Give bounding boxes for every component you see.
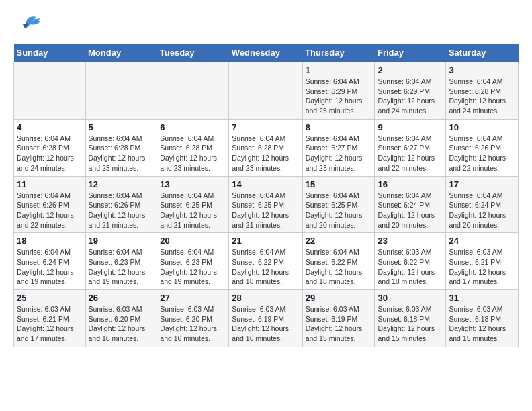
day-number: 9 xyxy=(378,122,443,132)
calendar-cell: 22Sunrise: 6:04 AM Sunset: 6:22 PM Dayli… xyxy=(302,233,375,290)
day-number: 31 xyxy=(449,293,515,303)
day-number: 12 xyxy=(89,179,154,189)
logo xyxy=(13,13,46,37)
day-info: Sunrise: 6:04 AM Sunset: 6:29 PM Dayligh… xyxy=(378,77,443,116)
day-info: Sunrise: 6:04 AM Sunset: 6:25 PM Dayligh… xyxy=(160,191,226,230)
day-number: 29 xyxy=(306,293,372,303)
calendar-cell: 18Sunrise: 6:04 AM Sunset: 6:24 PM Dayli… xyxy=(14,233,86,290)
day-number: 3 xyxy=(449,65,515,75)
day-number: 8 xyxy=(306,122,372,132)
day-info: Sunrise: 6:03 AM Sunset: 6:19 PM Dayligh… xyxy=(306,304,372,344)
calendar-cell: 31Sunrise: 6:03 AM Sunset: 6:18 PM Dayli… xyxy=(446,290,519,347)
calendar-week-row: 18Sunrise: 6:04 AM Sunset: 6:24 PM Dayli… xyxy=(14,233,519,290)
day-number: 11 xyxy=(17,179,83,189)
day-info: Sunrise: 6:03 AM Sunset: 6:18 PM Dayligh… xyxy=(449,304,515,344)
calendar-cell: 16Sunrise: 6:04 AM Sunset: 6:24 PM Dayli… xyxy=(375,176,446,233)
day-info: Sunrise: 6:04 AM Sunset: 6:22 PM Dayligh… xyxy=(232,247,299,287)
day-info: Sunrise: 6:04 AM Sunset: 6:26 PM Dayligh… xyxy=(449,134,515,173)
day-number: 22 xyxy=(306,236,372,246)
day-number: 19 xyxy=(89,236,154,246)
day-info: Sunrise: 6:04 AM Sunset: 6:28 PM Dayligh… xyxy=(449,77,515,116)
calendar-cell: 19Sunrise: 6:04 AM Sunset: 6:23 PM Dayli… xyxy=(85,233,157,290)
calendar-cell: 8Sunrise: 6:04 AM Sunset: 6:27 PM Daylig… xyxy=(302,119,375,176)
day-number: 13 xyxy=(160,179,226,189)
day-number: 5 xyxy=(89,122,154,132)
day-number: 21 xyxy=(232,236,299,246)
calendar-week-row: 25Sunrise: 6:03 AM Sunset: 6:21 PM Dayli… xyxy=(14,290,519,347)
calendar-cell: 20Sunrise: 6:04 AM Sunset: 6:23 PM Dayli… xyxy=(157,233,229,290)
day-number: 4 xyxy=(17,122,83,132)
day-info: Sunrise: 6:03 AM Sunset: 6:19 PM Dayligh… xyxy=(232,304,299,344)
calendar-cell: 12Sunrise: 6:04 AM Sunset: 6:26 PM Dayli… xyxy=(85,176,157,233)
weekday-header: Monday xyxy=(85,44,157,62)
calendar-cell xyxy=(85,62,157,120)
calendar-cell: 10Sunrise: 6:04 AM Sunset: 6:26 PM Dayli… xyxy=(446,119,519,176)
day-number: 30 xyxy=(378,293,443,303)
calendar-cell xyxy=(14,62,86,120)
header-row: SundayMondayTuesdayWednesdayThursdayFrid… xyxy=(14,44,519,62)
calendar-table: SundayMondayTuesdayWednesdayThursdayFrid… xyxy=(13,44,519,347)
calendar-week-row: 11Sunrise: 6:04 AM Sunset: 6:26 PM Dayli… xyxy=(14,176,519,233)
day-info: Sunrise: 6:04 AM Sunset: 6:24 PM Dayligh… xyxy=(17,247,83,287)
day-info: Sunrise: 6:04 AM Sunset: 6:26 PM Dayligh… xyxy=(89,191,154,230)
weekday-header: Saturday xyxy=(446,44,519,62)
weekday-header: Thursday xyxy=(302,44,375,62)
calendar-cell: 28Sunrise: 6:03 AM Sunset: 6:19 PM Dayli… xyxy=(229,290,302,347)
calendar-cell: 4Sunrise: 6:04 AM Sunset: 6:28 PM Daylig… xyxy=(14,119,86,176)
calendar-week-row: 4Sunrise: 6:04 AM Sunset: 6:28 PM Daylig… xyxy=(14,119,519,176)
calendar-cell: 26Sunrise: 6:03 AM Sunset: 6:20 PM Dayli… xyxy=(85,290,157,347)
calendar-cell: 11Sunrise: 6:04 AM Sunset: 6:26 PM Dayli… xyxy=(14,176,86,233)
day-info: Sunrise: 6:03 AM Sunset: 6:20 PM Dayligh… xyxy=(160,304,226,344)
calendar-cell: 27Sunrise: 6:03 AM Sunset: 6:20 PM Dayli… xyxy=(157,290,229,347)
calendar-week-row: 1Sunrise: 6:04 AM Sunset: 6:29 PM Daylig… xyxy=(14,62,519,120)
day-number: 2 xyxy=(378,65,443,75)
calendar-cell: 1Sunrise: 6:04 AM Sunset: 6:29 PM Daylig… xyxy=(302,62,375,120)
weekday-header: Tuesday xyxy=(157,44,229,62)
day-number: 14 xyxy=(232,179,299,189)
day-number: 23 xyxy=(378,236,443,246)
page-header xyxy=(13,13,519,37)
day-number: 18 xyxy=(17,236,83,246)
day-number: 16 xyxy=(378,179,443,189)
calendar-cell: 21Sunrise: 6:04 AM Sunset: 6:22 PM Dayli… xyxy=(229,233,302,290)
calendar-cell: 7Sunrise: 6:04 AM Sunset: 6:28 PM Daylig… xyxy=(229,119,302,176)
calendar-cell: 14Sunrise: 6:04 AM Sunset: 6:25 PM Dayli… xyxy=(229,176,302,233)
day-info: Sunrise: 6:04 AM Sunset: 6:23 PM Dayligh… xyxy=(89,247,154,287)
day-number: 27 xyxy=(160,293,226,303)
calendar-cell: 6Sunrise: 6:04 AM Sunset: 6:28 PM Daylig… xyxy=(157,119,229,176)
day-info: Sunrise: 6:04 AM Sunset: 6:27 PM Dayligh… xyxy=(306,134,372,173)
calendar-cell: 13Sunrise: 6:04 AM Sunset: 6:25 PM Dayli… xyxy=(157,176,229,233)
day-info: Sunrise: 6:04 AM Sunset: 6:27 PM Dayligh… xyxy=(378,134,443,173)
day-info: Sunrise: 6:04 AM Sunset: 6:26 PM Dayligh… xyxy=(17,191,83,230)
day-number: 17 xyxy=(449,179,515,189)
calendar-cell: 24Sunrise: 6:03 AM Sunset: 6:21 PM Dayli… xyxy=(446,233,519,290)
day-info: Sunrise: 6:04 AM Sunset: 6:25 PM Dayligh… xyxy=(232,191,299,230)
weekday-header: Wednesday xyxy=(229,44,302,62)
day-info: Sunrise: 6:04 AM Sunset: 6:24 PM Dayligh… xyxy=(449,191,515,230)
day-number: 6 xyxy=(160,122,226,132)
day-info: Sunrise: 6:04 AM Sunset: 6:28 PM Dayligh… xyxy=(160,134,226,173)
day-info: Sunrise: 6:04 AM Sunset: 6:25 PM Dayligh… xyxy=(306,191,372,230)
day-number: 25 xyxy=(17,293,83,303)
day-info: Sunrise: 6:03 AM Sunset: 6:21 PM Dayligh… xyxy=(17,304,83,344)
day-number: 28 xyxy=(232,293,299,303)
calendar-cell: 30Sunrise: 6:03 AM Sunset: 6:18 PM Dayli… xyxy=(375,290,446,347)
weekday-header: Sunday xyxy=(14,44,86,62)
day-number: 24 xyxy=(449,236,515,246)
calendar-cell xyxy=(229,62,302,120)
day-info: Sunrise: 6:04 AM Sunset: 6:28 PM Dayligh… xyxy=(17,134,83,173)
calendar-cell: 2Sunrise: 6:04 AM Sunset: 6:29 PM Daylig… xyxy=(375,62,446,120)
calendar-cell: 15Sunrise: 6:04 AM Sunset: 6:25 PM Dayli… xyxy=(302,176,375,233)
day-number: 26 xyxy=(89,293,154,303)
day-info: Sunrise: 6:04 AM Sunset: 6:24 PM Dayligh… xyxy=(378,191,443,230)
calendar-cell: 5Sunrise: 6:04 AM Sunset: 6:28 PM Daylig… xyxy=(85,119,157,176)
calendar-cell: 29Sunrise: 6:03 AM Sunset: 6:19 PM Dayli… xyxy=(302,290,375,347)
day-info: Sunrise: 6:03 AM Sunset: 6:20 PM Dayligh… xyxy=(89,304,154,344)
day-number: 20 xyxy=(160,236,226,246)
day-info: Sunrise: 6:03 AM Sunset: 6:21 PM Dayligh… xyxy=(449,247,515,287)
day-number: 10 xyxy=(449,122,515,132)
day-info: Sunrise: 6:04 AM Sunset: 6:28 PM Dayligh… xyxy=(89,134,154,173)
calendar-cell: 17Sunrise: 6:04 AM Sunset: 6:24 PM Dayli… xyxy=(446,176,519,233)
day-info: Sunrise: 6:03 AM Sunset: 6:18 PM Dayligh… xyxy=(378,304,443,344)
weekday-header: Friday xyxy=(375,44,446,62)
